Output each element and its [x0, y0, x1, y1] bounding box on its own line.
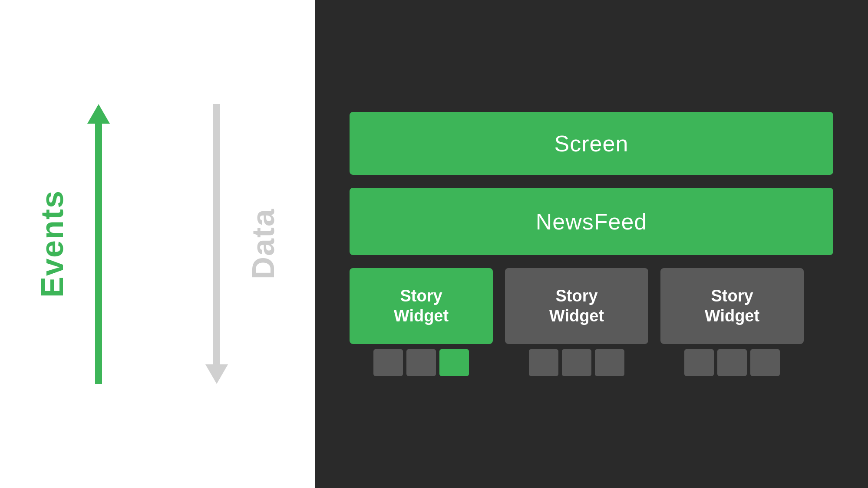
- screen-box: Screen: [350, 112, 833, 175]
- data-arrow-down: [205, 104, 228, 384]
- indicator-row-1: [373, 349, 469, 376]
- newsfeed-box: NewsFeed: [350, 188, 833, 255]
- events-label: Events: [34, 190, 70, 298]
- events-arrow-container: Events: [34, 104, 110, 384]
- events-arrow-up: [87, 104, 110, 384]
- data-arrowhead: [205, 364, 228, 384]
- indicator-2-3: [595, 349, 624, 376]
- story-widget-label-2: StoryWidget: [549, 286, 604, 326]
- indicator-1-3: [439, 349, 469, 376]
- story-widget-box-1: StoryWidget: [350, 268, 493, 344]
- indicator-1-2: [406, 349, 436, 376]
- right-panel: Screen NewsFeed StoryWidget: [315, 0, 868, 488]
- events-shaft: [95, 124, 102, 384]
- events-arrowhead: [87, 104, 110, 124]
- story-widget-label-1: StoryWidget: [394, 286, 449, 326]
- data-label: Data: [245, 208, 281, 279]
- story-widget-group-3: StoryWidget: [660, 268, 804, 376]
- story-widget-box-2: StoryWidget: [505, 268, 648, 344]
- indicator-3-1: [684, 349, 714, 376]
- indicator-2-2: [562, 349, 591, 376]
- indicator-3-3: [750, 349, 780, 376]
- story-widget-box-3: StoryWidget: [660, 268, 804, 344]
- indicator-2-1: [529, 349, 558, 376]
- indicator-row-2: [529, 349, 624, 376]
- arrows-container: Events Data: [34, 104, 281, 384]
- story-widget-label-3: StoryWidget: [705, 286, 759, 326]
- screen-label: Screen: [554, 131, 629, 157]
- indicator-3-2: [717, 349, 747, 376]
- left-panel: Events Data: [0, 0, 315, 488]
- story-widgets-row: StoryWidget StoryWidget: [350, 268, 833, 376]
- newsfeed-label: NewsFeed: [536, 209, 647, 235]
- diagram: Screen NewsFeed StoryWidget: [350, 112, 833, 376]
- data-shaft: [213, 104, 220, 364]
- indicator-row-3: [684, 349, 780, 376]
- story-widget-group-2: StoryWidget: [505, 268, 648, 376]
- story-widget-group-1: StoryWidget: [350, 268, 493, 376]
- data-arrow-container: Data: [205, 104, 281, 384]
- indicator-1-1: [373, 349, 403, 376]
